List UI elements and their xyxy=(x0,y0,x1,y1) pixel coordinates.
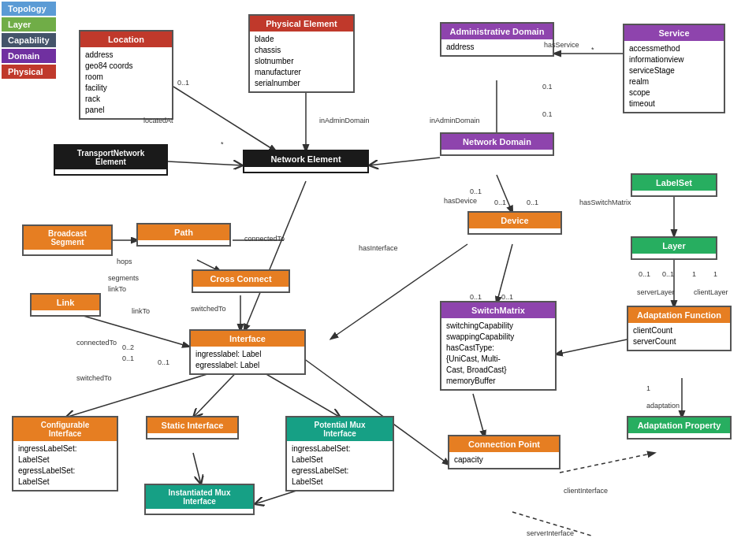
switched-to2-label: switchedTo xyxy=(191,305,226,313)
network-domain-box: Network Domain xyxy=(440,132,554,156)
svg-line-25 xyxy=(193,453,201,484)
network-element-title: Network Element xyxy=(244,151,367,167)
transport-network-element-title: TransportNetworkElement xyxy=(55,146,166,169)
svg-line-7 xyxy=(497,175,512,213)
hops-label: hops xyxy=(117,258,132,265)
location-box: Location address geo84 coords room facil… xyxy=(79,30,173,120)
layer-box: Layer xyxy=(631,236,717,260)
connected-to-label: connectedTo xyxy=(244,235,285,243)
server-interface-label: serverInterface xyxy=(527,529,574,537)
diagram-container: Topology Layer Capability Domain Physica… xyxy=(0,0,756,549)
cross-connect-title: Cross Connect xyxy=(193,271,289,287)
svg-line-9 xyxy=(244,181,306,331)
physical-element-title: Physical Element xyxy=(250,16,353,32)
labelset-title: LabelSet xyxy=(632,175,716,191)
mult-star-2: * xyxy=(591,46,594,54)
adaptation-property-title: Adaptation Property xyxy=(628,417,730,433)
broadcast-segment-body xyxy=(24,250,111,254)
mult-star-1: * xyxy=(221,140,224,148)
mult-01-4: 0..1 xyxy=(470,187,482,195)
configurable-interface-box: ConfigurableInterface ingressLabelSet: L… xyxy=(12,416,118,492)
in-admin-domain-label: inAdminDomain xyxy=(319,117,370,124)
mult-01-10: 0..1 xyxy=(662,270,674,278)
device-title: Device xyxy=(469,213,560,228)
adaptation-function-title: Adaptation Function xyxy=(628,307,730,323)
server-layer-label: serverLayer xyxy=(637,288,675,296)
potential-mux-interface-box: Potential MuxInterface ingressLabelSet: … xyxy=(285,416,394,492)
instantiated-mux-interface-title: Instantiated MuxInterface xyxy=(146,485,253,509)
service-title: Service xyxy=(624,25,724,41)
mult-01-7: 0..1 xyxy=(470,293,482,301)
svg-line-5 xyxy=(369,158,440,165)
connected-to2-label: connectedTo xyxy=(76,339,117,347)
svg-line-27 xyxy=(560,453,654,473)
layer-body xyxy=(632,254,716,258)
broadcast-segment-box: BroadcastSegment xyxy=(22,224,113,256)
has-interface-label: hasInterface xyxy=(359,244,398,252)
path-body xyxy=(138,240,229,245)
adaptation-function-body: clientCount serverCount xyxy=(628,323,730,350)
legend-physical[interactable]: Physical xyxy=(2,65,56,79)
location-body: address geo84 coords room facility rack … xyxy=(80,47,172,118)
legend-capability[interactable]: Capability xyxy=(2,33,56,47)
mult-1-2: 1 xyxy=(713,270,717,278)
interface-title: Interface xyxy=(191,331,304,347)
configurable-interface-title: ConfigurableInterface xyxy=(13,417,117,441)
mult-01-8: 0..1 xyxy=(501,293,513,301)
interface-box: Interface ingresslabel: Label egresslabe… xyxy=(189,329,306,375)
has-device-label: hasDevice xyxy=(444,197,477,205)
adaptation-function-box: Adaptation Function clientCount serverCo… xyxy=(627,306,732,351)
switch-matrix-title: SwitchMatrix xyxy=(441,302,555,318)
physical-element-body: blade chassis slotnumber manufacturer se… xyxy=(250,32,353,91)
admin-domain-title: Administrative Domain xyxy=(441,24,553,39)
legend-layer[interactable]: Layer xyxy=(2,17,56,32)
switch-matrix-body: switchingCapability swappingCapability h… xyxy=(441,318,555,389)
path-title: Path xyxy=(138,224,229,240)
connection-point-body: capacity xyxy=(449,452,559,468)
link-to2-label: linkTo xyxy=(132,307,150,315)
connection-point-title: Connection Point xyxy=(449,436,559,452)
labelset-body xyxy=(632,191,716,195)
switched-to-label: switchedTo xyxy=(76,374,112,382)
static-interface-box: Static Interface xyxy=(146,416,239,440)
path-box: Path xyxy=(136,223,231,247)
legend-domain[interactable]: Domain xyxy=(2,49,56,63)
service-box: Service accessmethod informationview ser… xyxy=(623,24,725,113)
mult-1-1: 1 xyxy=(692,270,696,278)
static-interface-body xyxy=(147,433,237,438)
legend-topology[interactable]: Topology xyxy=(2,2,56,16)
has-switch-matrix-label: hasSwitchMatrix xyxy=(579,198,631,206)
has-service-label: hasService xyxy=(544,41,579,49)
device-body xyxy=(469,228,560,233)
mult-01-9: 0..1 xyxy=(639,270,650,278)
mult-1-3: 1 xyxy=(646,384,650,392)
configurable-interface-body: ingressLabelSet: LabelSet egressLabelSet… xyxy=(13,441,117,490)
network-domain-body xyxy=(441,150,553,154)
location-title: Location xyxy=(80,32,172,47)
adaptation-label: adaptation xyxy=(646,402,680,410)
client-interface-label: clientInterface xyxy=(564,487,608,495)
located-at-label: locatedAt xyxy=(143,117,173,124)
admin-domain-box: Administrative Domain address xyxy=(440,22,554,57)
link-box: Link xyxy=(30,293,101,317)
layer-title: Layer xyxy=(632,238,716,254)
svg-line-6 xyxy=(168,161,243,165)
mult-01-5: 0..1 xyxy=(494,198,506,206)
broadcast-segment-title: BroadcastSegment xyxy=(24,226,111,250)
network-domain-title: Network Domain xyxy=(441,134,553,150)
connection-point-box: Connection Point capacity xyxy=(448,435,560,469)
interface-body: ingresslabel: Label egresslabel: Label xyxy=(191,347,304,373)
cross-connect-body xyxy=(193,287,289,291)
mult-01-1: 0..1 xyxy=(177,79,189,87)
potential-mux-interface-title: Potential MuxInterface xyxy=(287,417,393,441)
legend: Topology Layer Capability Domain Physica… xyxy=(2,2,56,79)
link-to-label: linkTo xyxy=(108,285,126,293)
instantiated-mux-interface-body xyxy=(146,509,253,514)
svg-line-0 xyxy=(173,87,276,151)
switch-matrix-box: SwitchMatrix switchingCapability swappin… xyxy=(440,301,557,391)
physical-element-box: Physical Element blade chassis slotnumbe… xyxy=(248,14,355,93)
labelset-box: LabelSet xyxy=(631,173,717,197)
mult-01-6: 0..1 xyxy=(527,198,538,206)
adaptation-property-body xyxy=(628,433,730,438)
in-admin-domain2-label: inAdminDomain xyxy=(430,117,480,124)
